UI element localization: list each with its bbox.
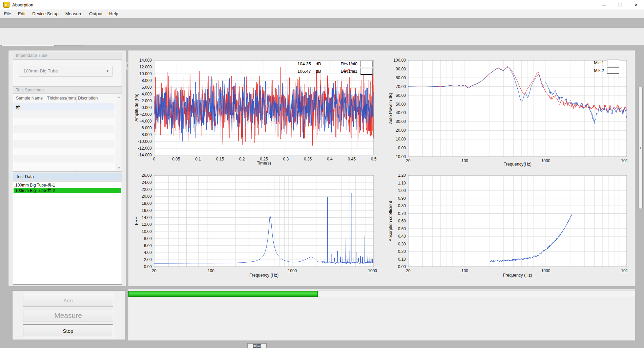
svg-text:12.00: 12.00 bbox=[142, 222, 152, 227]
impedance-tube-dropdown[interactable]: 100mm Big Tube ▼ bbox=[19, 66, 112, 77]
svg-text:90.00: 90.00 bbox=[396, 67, 406, 71]
table-row-empty[interactable] bbox=[13, 133, 115, 140]
test-data-item-selected[interactable]: 100mm Big Tube-棉-2 bbox=[14, 188, 121, 193]
tab-strip: Documentation Channel Setup Absorption bbox=[0, 18, 644, 28]
legend-dev1-ai0: Dev1/ai0 bbox=[341, 61, 373, 67]
y-axis-title-absorption: Absorption coefficient bbox=[388, 175, 393, 267]
impedance-tube-header: Impendace Tube bbox=[13, 52, 122, 59]
svg-text:-12.000: -12.000 bbox=[138, 146, 152, 151]
table-row[interactable]: 棉 bbox=[13, 103, 115, 110]
auto-power-chart: 100.0090.0080.0070.0060.0050.0040.0030.0… bbox=[386, 50, 627, 169]
menu-edit[interactable]: Edit bbox=[15, 9, 29, 18]
test-data-item[interactable]: 100mm Big Tube-棉-1 bbox=[14, 182, 121, 188]
svg-text:26.00: 26.00 bbox=[142, 173, 152, 178]
svg-text:30.00: 30.00 bbox=[396, 119, 406, 124]
table-row-empty[interactable] bbox=[13, 140, 115, 148]
svg-text:0.60: 0.60 bbox=[398, 219, 406, 223]
svg-text:10000: 10000 bbox=[368, 268, 377, 273]
svg-text:20.00: 20.00 bbox=[142, 194, 152, 199]
svg-text:1000: 1000 bbox=[541, 268, 550, 273]
test-specimen-table-head: Sample Name Thickness(mm) Discription bbox=[13, 94, 122, 103]
table-row-empty[interactable] bbox=[13, 118, 115, 125]
menu-device-setup[interactable]: Device Setup bbox=[29, 9, 62, 18]
y-axis-title-amplitude: Amplitude (Pa) bbox=[133, 60, 139, 155]
svg-text:8.000: 8.000 bbox=[142, 78, 152, 83]
auto-power-plot: 100.0090.0080.0070.0060.0050.0040.0030.0… bbox=[386, 50, 627, 169]
svg-text:18.00: 18.00 bbox=[142, 201, 152, 206]
svg-text:1000: 1000 bbox=[288, 268, 297, 273]
frf-plot: 26.0024.0022.0020.0018.0016.0014.0012.00… bbox=[132, 165, 377, 282]
legend-mic2: Mic 2 bbox=[594, 67, 619, 74]
svg-text:0.80: 0.80 bbox=[398, 203, 406, 208]
table-row-empty[interactable] bbox=[13, 148, 115, 155]
app-icon: ▶ bbox=[3, 2, 9, 8]
progress-panel bbox=[128, 289, 635, 341]
col-sample-name: Sample Name bbox=[16, 96, 43, 101]
scroll-down-icon[interactable]: ˅ bbox=[118, 166, 120, 170]
menu-bar: File Edit Device Setup Measure Output He… bbox=[0, 9, 644, 18]
level-indicator-ai0: 104.35 dB bbox=[297, 61, 321, 66]
level-indicator-ai1: 106.47 dB bbox=[297, 69, 321, 74]
svg-text:-2.000: -2.000 bbox=[140, 112, 152, 117]
legend-line-icon bbox=[607, 67, 619, 74]
absorption-coefficient-plot: 1.201.101.000.900.800.700.600.500.400.30… bbox=[386, 165, 627, 282]
svg-text:-8.000: -8.000 bbox=[140, 132, 152, 137]
col-thickness: Thickness(mm) bbox=[47, 96, 76, 101]
splitter-handle[interactable]: < bbox=[638, 87, 643, 209]
svg-text:80.00: 80.00 bbox=[396, 75, 406, 80]
legend-line-icon bbox=[360, 68, 373, 75]
measure-button[interactable]: Measure bbox=[23, 309, 113, 322]
table-row-empty[interactable] bbox=[13, 162, 115, 170]
svg-text:22.00: 22.00 bbox=[142, 187, 152, 192]
svg-text:-0.00: -0.00 bbox=[397, 264, 406, 269]
svg-text:2.00: 2.00 bbox=[144, 257, 152, 262]
app-window: ▶ Absorption — ☐ ✕ File Edit Device Setu… bbox=[0, 0, 644, 348]
svg-text:1.00: 1.00 bbox=[398, 188, 406, 193]
menu-output[interactable]: Output bbox=[86, 9, 106, 18]
x-axis-title-frequency: Frequency (Hz) bbox=[408, 273, 627, 278]
legend-line-icon bbox=[360, 61, 373, 67]
menu-measure[interactable]: Measure bbox=[62, 9, 86, 18]
svg-text:-14.000: -14.000 bbox=[138, 153, 152, 157]
col-discription: Discription bbox=[78, 96, 98, 101]
svg-text:50.00: 50.00 bbox=[396, 102, 406, 107]
level-value: 104.35 bbox=[297, 61, 311, 66]
footer-tab[interactable]: 画图 bbox=[247, 343, 267, 348]
svg-text:16.00: 16.00 bbox=[142, 208, 152, 213]
sidebar-panel: Impendace Tube 100mm Big Tube ▼ Test Spe… bbox=[8, 50, 126, 286]
minimize-button[interactable]: — bbox=[596, 0, 612, 9]
arm-button[interactable]: Arm bbox=[23, 294, 113, 307]
svg-text:0.00: 0.00 bbox=[398, 146, 406, 150]
svg-text:70.00: 70.00 bbox=[396, 84, 406, 89]
scroll-up-icon[interactable]: ˄ bbox=[118, 95, 120, 99]
svg-text:12.000: 12.000 bbox=[139, 65, 152, 69]
menu-help[interactable]: Help bbox=[106, 9, 122, 18]
legend-dev1-ai1: Dev1/ai1 bbox=[341, 68, 373, 75]
svg-text:6.00: 6.00 bbox=[144, 243, 152, 248]
menu-file[interactable]: File bbox=[1, 9, 15, 18]
svg-text:0.30: 0.30 bbox=[398, 242, 406, 246]
stop-button[interactable]: Stop bbox=[23, 324, 113, 337]
y-axis-title-auto-power: Auto Power (dB) bbox=[388, 60, 393, 157]
level-unit: dB bbox=[316, 69, 321, 74]
table-row-empty[interactable] bbox=[13, 125, 115, 133]
table-row-empty[interactable] bbox=[13, 155, 115, 162]
svg-text:0.70: 0.70 bbox=[398, 211, 406, 216]
svg-text:10000: 10000 bbox=[621, 268, 627, 273]
impedance-tube-value: 100mm Big Tube bbox=[23, 68, 58, 73]
x-axis-title-time: Time(s) bbox=[154, 161, 374, 166]
table-row-empty[interactable] bbox=[13, 110, 115, 118]
legend-line-icon bbox=[607, 60, 619, 66]
svg-text:0.10: 0.10 bbox=[398, 257, 406, 262]
subtab-strip: Tube & Environment Test Specimen Phase C… bbox=[0, 28, 644, 45]
svg-text:6.000: 6.000 bbox=[142, 85, 152, 90]
svg-text:60.00: 60.00 bbox=[396, 93, 406, 98]
table-scrollbar[interactable]: ˄ ˅ bbox=[115, 94, 122, 171]
svg-text:1.10: 1.10 bbox=[398, 181, 406, 186]
chevron-down-icon[interactable]: ▼ bbox=[106, 66, 109, 76]
maximize-button[interactable]: ☐ bbox=[612, 0, 628, 9]
test-specimen-table: Sample Name Thickness(mm) Discription 棉 … bbox=[13, 94, 122, 172]
svg-text:-4.000: -4.000 bbox=[140, 119, 152, 124]
svg-text:40.00: 40.00 bbox=[396, 110, 406, 115]
close-button[interactable]: ✕ bbox=[628, 0, 644, 9]
